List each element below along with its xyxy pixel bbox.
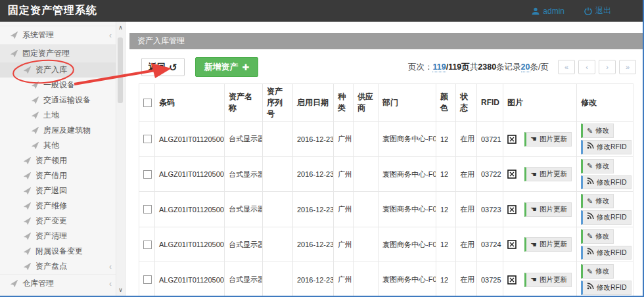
sidebar-item[interactable]: 资产入库	[0, 62, 125, 78]
sidebar-item[interactable]: 资产借用	[0, 168, 125, 183]
serial-cell	[263, 262, 293, 296]
sidebar-item-label: 系统管理	[22, 30, 54, 41]
date-cell: 2016-12-23	[293, 192, 334, 227]
sidebar-item[interactable]: 资产清理	[0, 229, 125, 244]
edit-button[interactable]: ✎修改	[581, 124, 614, 138]
image-update-button[interactable]: ☚图片更新	[524, 273, 572, 287]
broken-image-icon	[507, 240, 517, 249]
sidebar-item-label: 资产领用	[35, 155, 67, 166]
image-update-button[interactable]: ☚图片更新	[524, 237, 572, 252]
top-bar: 固定资产管理系统 admin 退出	[0, 0, 643, 22]
paper-plane-icon	[24, 157, 31, 164]
paper-plane-icon	[24, 217, 31, 225]
rfid-signal-icon	[587, 283, 594, 293]
sidebar-item-label: 一般设备	[43, 80, 75, 91]
serial-cell	[263, 192, 293, 227]
image-update-button[interactable]: ☚图片更新	[524, 132, 572, 147]
sidebar-item[interactable]: 附属设备变更	[0, 244, 125, 259]
sidebar-scrollbar[interactable]: ∧ ∨	[116, 22, 125, 296]
image-update-button[interactable]: ☚图片更新	[524, 167, 572, 181]
sidebar-item[interactable]: 房屋及建筑物	[0, 123, 125, 138]
first-page-button[interactable]: «	[558, 60, 575, 74]
sidebar-item[interactable]: 仓库管理‹	[0, 274, 125, 292]
edit-icon: ✎	[587, 268, 593, 275]
edit-button[interactable]: ✎修改	[581, 229, 614, 244]
last-page-button[interactable]: »	[619, 60, 636, 74]
dept-cell: 寰图商务中心-F08	[379, 156, 436, 192]
current-page-link[interactable]: 119	[432, 62, 446, 72]
paper-plane-icon	[32, 127, 39, 134]
broken-image-icon	[507, 135, 517, 144]
edit-icon: ✎	[587, 162, 593, 170]
scrollbar-thumb[interactable]	[118, 37, 123, 103]
add-asset-button[interactable]: 新增资产 ✚	[195, 57, 259, 77]
sidebar: 系统管理‹固定资产管理资产入库一般设备交通运输设备土地房屋及建筑物其他资产领用资…	[0, 22, 126, 296]
edit-button[interactable]: ✎修改	[581, 194, 614, 208]
sidebar-item[interactable]: 资产退回	[0, 183, 125, 198]
sidebar-item[interactable]: 交通运输设备	[0, 93, 125, 108]
paper-plane-icon	[11, 280, 18, 287]
sidebar-item[interactable]: 一般设备	[0, 78, 125, 93]
sidebar-item-label: 其他	[43, 140, 59, 151]
records-suffix: 条记录	[496, 62, 521, 73]
row-checkbox[interactable]	[143, 170, 152, 179]
sidebar-item[interactable]: 土地	[0, 108, 125, 123]
edit-icon: ✎	[587, 127, 593, 135]
back-button-label: 返回	[149, 61, 166, 73]
row-checkbox[interactable]	[143, 205, 152, 214]
scroll-up-icon[interactable]: ∧	[116, 24, 125, 31]
chevron-left-icon: ‹	[109, 263, 112, 271]
column-header: 图片	[503, 84, 577, 122]
page-size-link[interactable]: 20	[521, 62, 530, 72]
color-cell: 12	[436, 227, 456, 262]
edit-rfid-button[interactable]: 修改RFID	[581, 281, 632, 295]
asset-table: 条码资产名称资产序列号启用日期种类供应商部门颜色状态RFID图片修改 ALGZ0…	[139, 83, 633, 296]
user-menu[interactable]: admin	[532, 5, 564, 16]
edit-rfid-button[interactable]: 修改RFID	[581, 140, 632, 154]
scroll-down-icon[interactable]: ∨	[116, 286, 125, 293]
image-update-button[interactable]: ☚图片更新	[524, 202, 572, 217]
sidebar-item-label: 资产清理	[35, 231, 67, 242]
paper-plane-icon	[11, 50, 18, 57]
sidebar-item-label: 资产维修	[35, 200, 67, 212]
asset-name-cell: 台式显示器	[225, 192, 263, 227]
back-button[interactable]: 返回 ↺	[141, 58, 185, 76]
sidebar-item[interactable]: 系统管理‹	[0, 26, 125, 44]
date-cell: 2016-12-23	[293, 262, 334, 296]
sidebar-menu: 系统管理‹固定资产管理资产入库一般设备交通运输设备土地房屋及建筑物其他资产领用资…	[0, 26, 125, 292]
color-cell: 12	[436, 192, 456, 227]
status-cell: 在用	[456, 156, 477, 192]
sidebar-item-label: 土地	[43, 110, 59, 121]
category-cell: 广州	[334, 227, 354, 262]
row-checkbox[interactable]	[143, 275, 152, 284]
paper-plane-icon	[32, 97, 39, 104]
sidebar-item[interactable]: 固定资产管理	[0, 44, 125, 62]
edit-rfid-button[interactable]: 修改RFID	[581, 210, 632, 225]
sidebar-item[interactable]: 资产领用	[0, 153, 125, 168]
sidebar-item[interactable]: 其他	[0, 138, 125, 153]
column-header: 修改	[577, 84, 633, 122]
color-cell: 12	[436, 156, 456, 192]
paper-plane-icon	[11, 32, 18, 39]
edit-rfid-button[interactable]: 修改RFID	[581, 246, 632, 260]
hand-icon: ☚	[530, 276, 537, 283]
sidebar-item[interactable]: 资产变更	[0, 214, 125, 229]
logout-link[interactable]: 退出	[584, 5, 611, 16]
next-page-button[interactable]: ›	[599, 60, 616, 74]
prev-page-button[interactable]: ‹	[578, 60, 595, 74]
select-all-checkbox[interactable]	[143, 99, 152, 107]
column-header: 种类	[334, 84, 354, 122]
edit-button[interactable]: ✎修改	[581, 159, 614, 173]
row-checkbox[interactable]	[143, 135, 152, 143]
logout-label: 退出	[595, 5, 611, 16]
rfid-signal-icon	[587, 142, 594, 152]
sidebar-item[interactable]: 资产盘点‹	[0, 259, 125, 274]
row-checkbox[interactable]	[143, 240, 152, 249]
total-pages: 119页	[448, 62, 470, 73]
header-select-cell	[139, 84, 155, 122]
edit-button[interactable]: ✎修改	[581, 264, 614, 279]
sidebar-item[interactable]: 资产维修	[0, 198, 125, 214]
edit-rfid-button[interactable]: 修改RFID	[581, 175, 632, 190]
select-cell	[139, 192, 155, 227]
dept-cell: 寰图商务中心-F08	[379, 227, 436, 262]
